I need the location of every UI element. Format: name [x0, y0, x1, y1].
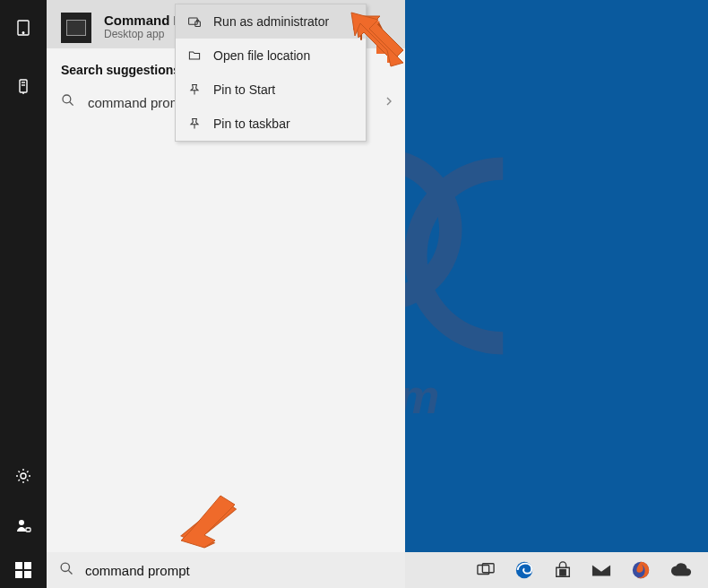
ctx-item-label: Run as administrator — [213, 14, 329, 29]
search-input[interactable] — [85, 563, 381, 578]
taskbar-search[interactable] — [47, 552, 405, 588]
ctx-open-file-location[interactable]: Open file location — [176, 39, 366, 73]
svg-point-27 — [61, 563, 69, 571]
start-button[interactable] — [0, 552, 47, 588]
svg-line-18 — [70, 102, 73, 106]
ctx-run-as-administrator[interactable]: Run as administrator — [176, 4, 366, 39]
chevron-right-icon[interactable] — [384, 94, 394, 110]
svg-rect-33 — [563, 570, 566, 573]
svg-line-28 — [68, 570, 72, 574]
svg-rect-25 — [15, 571, 22, 578]
edge-icon[interactable] — [514, 560, 534, 580]
svg-rect-24 — [24, 562, 31, 569]
store-icon[interactable] — [554, 561, 572, 579]
ctx-pin-to-start[interactable]: Pin to Start — [176, 73, 366, 107]
svg-point-17 — [63, 95, 71, 103]
pin-icon — [186, 82, 203, 97]
taskbar-tray — [450, 552, 708, 588]
context-menu: Run as administrator Open file location … — [175, 4, 367, 142]
server-icon[interactable] — [0, 72, 47, 102]
svg-rect-23 — [15, 562, 22, 569]
taskbar — [0, 552, 708, 588]
svg-rect-26 — [24, 571, 31, 578]
svg-rect-34 — [560, 573, 563, 575]
ctx-item-label: Pin to taskbar — [213, 117, 290, 131]
mail-icon[interactable] — [591, 562, 611, 578]
search-icon — [61, 93, 75, 111]
task-view-icon[interactable] — [477, 562, 495, 578]
svg-rect-35 — [563, 573, 566, 575]
admin-icon — [186, 14, 203, 29]
svg-point-9 — [22, 32, 24, 34]
svg-rect-10 — [20, 80, 27, 92]
folder-icon — [186, 48, 203, 63]
onedrive-icon[interactable] — [670, 563, 692, 577]
search-icon — [59, 561, 74, 580]
ctx-item-label: Pin to Start — [213, 82, 275, 97]
svg-rect-16 — [26, 528, 30, 532]
svg-point-15 — [19, 520, 24, 525]
firefox-icon[interactable] — [631, 560, 651, 580]
ctx-pin-to-taskbar[interactable]: Pin to taskbar — [176, 107, 366, 141]
pin-icon — [186, 117, 203, 131]
svg-point-14 — [21, 473, 26, 479]
tablet-icon[interactable] — [0, 13, 47, 43]
command-prompt-icon — [61, 13, 91, 43]
settings-icon[interactable] — [0, 461, 47, 491]
start-sidebar — [0, 0, 47, 552]
svg-rect-32 — [560, 570, 563, 573]
ctx-item-label: Open file location — [213, 48, 310, 63]
user-icon[interactable] — [0, 511, 47, 541]
